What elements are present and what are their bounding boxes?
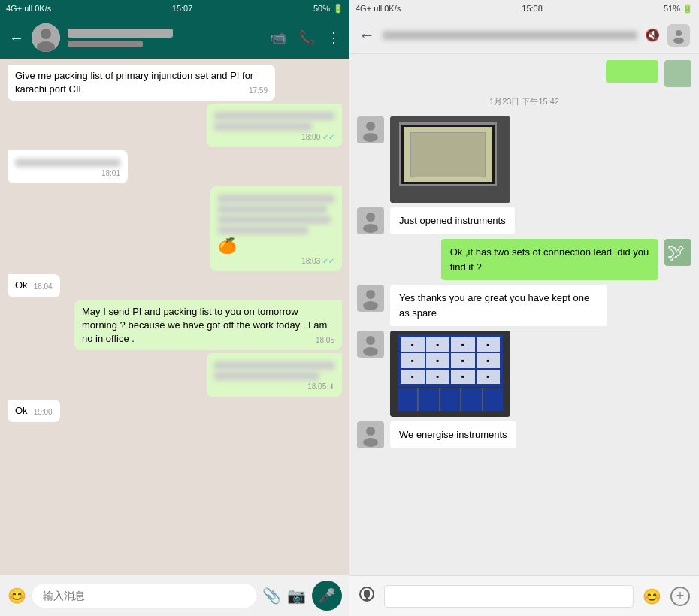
right-contact-name (383, 31, 637, 40)
right-msg-6-row: We energise instruments (357, 421, 691, 448)
left-msg-1: Give me packing list of primary injuncti… (8, 65, 275, 101)
left-emoji-icon[interactable]: 😊 (8, 587, 26, 605)
svg-point-11 (366, 213, 375, 222)
left-mic-button[interactable]: 🎤 (312, 581, 342, 611)
left-input-bar: 😊 📎 📷 🎤 (0, 575, 350, 616)
right-plus-button[interactable]: + (670, 587, 690, 606)
right-msg-5-row: ■ ■ ■ ■ ■ ■ ■ ■ ■ ■ ■ ■ (357, 331, 691, 417)
right-signal: 4G+ ull 0K/s (356, 4, 401, 13)
left-message-input[interactable] (32, 584, 256, 608)
right-voice-button[interactable] (359, 586, 375, 606)
left-contact-info (68, 29, 262, 47)
svg-point-23 (363, 438, 378, 447)
right-msg-1-row (357, 116, 691, 203)
right-mute-icon: 🔇 (645, 28, 660, 42)
left-msg-4-container: 🍊 18:03 ✓✓ (8, 186, 342, 271)
svg-text:🕊: 🕊 (667, 242, 685, 262)
svg-point-4 (673, 38, 684, 44)
voice-call-icon[interactable]: 📞 (298, 29, 315, 46)
right-msg-2-row: Just opened instruments (357, 207, 691, 234)
left-status-bar: 4G+ ull 0K/s 15:07 50% 🔋 (0, 0, 350, 17)
left-time: 15:07 (172, 4, 193, 13)
right-contact-avatar-4 (357, 285, 384, 312)
left-battery: 50% 🔋 (313, 4, 343, 14)
svg-point-9 (363, 133, 378, 142)
left-chat-header: ← 📹 📞 ⋮ (0, 17, 350, 59)
right-instrument-image-2: ■ ■ ■ ■ ■ ■ ■ ■ ■ ■ ■ ■ (390, 331, 510, 417)
svg-point-22 (366, 427, 375, 436)
right-chat-area: 🕊 1月23日 下午15:42 (350, 54, 699, 575)
right-own-avatar-3: 🕊 (664, 239, 691, 266)
svg-point-20 (363, 347, 378, 356)
right-contact-avatar-5 (357, 331, 384, 358)
svg-point-16 (366, 290, 375, 299)
left-msg-2-container: 18:00 ✓✓ (8, 104, 342, 147)
right-own-avatar-top: 🕊 (664, 60, 691, 87)
svg-rect-5 (664, 60, 691, 87)
left-msg-4: 🍊 18:03 ✓✓ (210, 186, 342, 271)
right-msg-4-row: Yes thanks you are great you have kept o… (357, 285, 691, 326)
svg-point-3 (676, 30, 682, 36)
right-msg-6-bubble: We energise instruments (390, 421, 516, 448)
video-call-icon[interactable]: 📹 (270, 29, 286, 46)
svg-point-17 (363, 301, 378, 310)
right-msg-3-bubble: Ok ,it has two sets of connection lead .… (441, 239, 658, 280)
right-msg-3-row: 🕊 Ok ,it has two sets of connection lead… (357, 239, 691, 280)
more-options-icon[interactable]: ⋮ (327, 29, 340, 46)
left-camera-icon[interactable]: 📷 (287, 587, 306, 605)
left-msg-8: Ok 19:00 (8, 400, 60, 422)
right-contact-avatar-6 (357, 421, 384, 448)
left-attach-icon[interactable]: 📎 (262, 587, 281, 605)
svg-point-8 (366, 122, 375, 131)
left-signal: 4G+ ull 0K/s (6, 4, 51, 13)
left-msg-6: May I send PI and packing list to you on… (74, 300, 342, 351)
right-input-bar: 😊 + (350, 575, 699, 616)
left-msg-2: 18:00 ✓✓ (207, 104, 342, 147)
right-panel: 4G+ ull 0K/s 15:08 51% 🔋 ← 🔇 🕊 (350, 0, 699, 616)
left-panel: 4G+ ull 0K/s 15:07 50% 🔋 ← 📹 📞 ⋮ (0, 0, 350, 616)
right-emoji-icon[interactable]: 😊 (643, 587, 661, 605)
svg-point-19 (366, 336, 375, 345)
left-msg-5: Ok 18:04 (8, 274, 60, 297)
left-header-icons: 📹 📞 ⋮ (270, 29, 340, 46)
right-time: 15:08 (522, 4, 543, 13)
right-contact-icon[interactable] (667, 24, 690, 47)
left-contact-status (68, 41, 143, 47)
left-msg-3: 18:01 (8, 150, 128, 183)
right-instrument-image-1 (390, 116, 510, 203)
right-chat-header: ← 🔇 (350, 17, 699, 54)
left-msg-7-container: 18:05 ⬇ (8, 353, 342, 397)
right-msg-outgoing-top: 🕊 (357, 60, 691, 87)
left-chat-area: Give me packing list of primary injuncti… (0, 59, 350, 575)
left-msg-7: 18:05 ⬇ (207, 353, 342, 397)
right-top-image-bubble (606, 60, 658, 83)
right-contact-avatar-2 (357, 207, 384, 234)
right-contact-avatar-1 (357, 116, 384, 143)
left-back-button[interactable]: ← (9, 29, 24, 47)
right-message-input[interactable] (384, 585, 634, 608)
left-contact-name (68, 29, 173, 38)
right-msg-4-bubble: Yes thanks you are great you have kept o… (390, 285, 607, 326)
right-battery: 51% 🔋 (664, 4, 693, 14)
right-timestamp: 1月23日 下午15:42 (357, 96, 691, 107)
right-status-bar: 4G+ ull 0K/s 15:08 51% 🔋 (350, 0, 699, 17)
right-back-button[interactable]: ← (359, 26, 375, 45)
left-contact-avatar (32, 23, 60, 52)
svg-point-12 (363, 224, 378, 233)
svg-point-1 (41, 29, 51, 39)
right-msg-2-bubble: Just opened instruments (390, 207, 515, 234)
